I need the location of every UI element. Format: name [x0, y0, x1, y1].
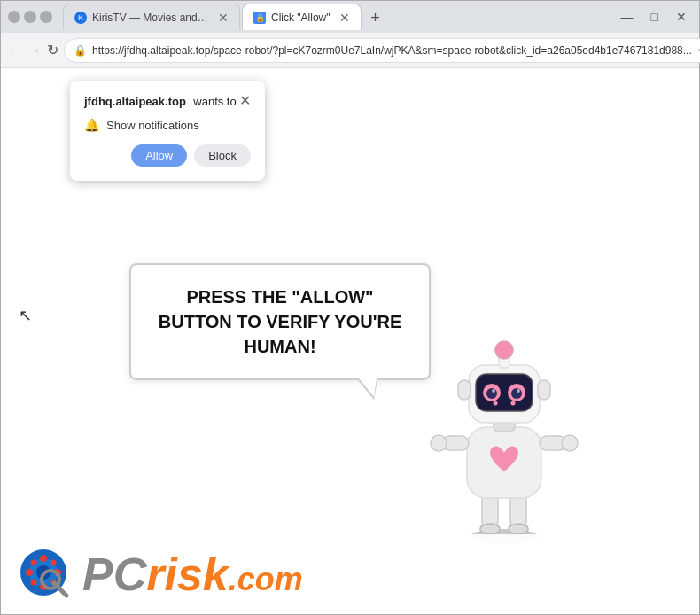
popup-title: jfdhq.altaipeak.top wants to: [84, 93, 237, 109]
svg-rect-24: [538, 380, 550, 400]
bell-icon: 🔔: [84, 118, 99, 132]
toolbar: ← → ↻ 🔒 https://jfdhq.altaipeak.top/spac…: [1, 33, 699, 68]
speech-bubble-container: PRESS THE "ALLOW" BUTTON TO VERIFY YOU'R…: [129, 263, 431, 400]
tab1-title: KirisTV — Movies and Series D...: [92, 12, 209, 24]
svg-point-27: [40, 555, 47, 562]
robot-illustration: [424, 316, 584, 547]
new-tab-button[interactable]: +: [363, 5, 388, 30]
minimize-button[interactable]: [8, 11, 20, 23]
svg-rect-23: [458, 380, 471, 400]
svg-point-16: [511, 388, 522, 399]
popup-close-button[interactable]: ✕: [239, 94, 251, 108]
tab1-favicon: K: [74, 12, 87, 24]
window-minimize-btn[interactable]: —: [616, 8, 639, 26]
window-close-btn[interactable]: ✕: [671, 8, 692, 26]
tabs-container: K KirisTV — Movies and Series D... ✕ 🔒 C…: [63, 4, 612, 30]
page-content: jfdhq.altaipeak.top wants to ✕ 🔔 Show no…: [1, 68, 699, 614]
forward-icon: →: [27, 43, 42, 58]
window-maximize-btn[interactable]: □: [646, 8, 664, 26]
pcrisk-pc: PC: [82, 549, 146, 600]
refresh-button[interactable]: ↻: [47, 38, 58, 63]
svg-point-7: [431, 435, 447, 451]
popup-buttons: Allow Block: [84, 144, 251, 167]
lock-icon: 🔒: [74, 44, 87, 57]
svg-point-29: [26, 569, 33, 576]
speech-bubble-tail: [358, 380, 377, 400]
popup-wants-text: wants to: [193, 95, 236, 108]
window-controls: [8, 11, 52, 23]
pcrisk-brand-text: PCrisk.com: [82, 551, 303, 597]
block-button[interactable]: Block: [194, 144, 251, 167]
speech-bubble-text: PRESS THE "ALLOW" BUTTON TO VERIFY YOU'R…: [159, 287, 401, 356]
pcrisk-logo: [19, 548, 72, 601]
svg-point-18: [517, 389, 520, 393]
allow-button[interactable]: Allow: [131, 144, 187, 167]
pcrisk-com: .com: [229, 561, 303, 597]
svg-point-3: [480, 524, 500, 534]
svg-point-22: [511, 401, 516, 406]
svg-point-31: [31, 560, 37, 566]
svg-point-4: [509, 524, 528, 534]
back-button[interactable]: ←: [8, 38, 22, 63]
popup-header: jfdhq.altaipeak.top wants to ✕: [84, 93, 251, 109]
svg-point-33: [51, 560, 57, 566]
svg-point-34: [31, 580, 37, 586]
address-bar[interactable]: 🔒 https://jfdhq.altaipeak.top/space-robo…: [64, 38, 700, 63]
svg-point-20: [495, 341, 513, 359]
refresh-icon: ↻: [47, 42, 58, 58]
tab-click-allow[interactable]: 🔒 Click "Allow" ✕: [242, 4, 362, 30]
close-button[interactable]: [40, 11, 52, 23]
pcrisk-watermark: PCrisk.com: [1, 534, 699, 614]
svg-point-15: [486, 388, 497, 399]
url-text: https://jfdhq.altaipeak.top/space-robot/…: [92, 44, 692, 57]
tab2-close[interactable]: ✕: [339, 11, 350, 25]
svg-point-9: [562, 435, 578, 451]
window-action-buttons: — □ ✕: [616, 8, 692, 26]
popup-domain: jfdhq.altaipeak.top: [84, 95, 186, 108]
notification-popup: jfdhq.altaipeak.top wants to ✕ 🔔 Show no…: [70, 81, 265, 181]
tab2-favicon: 🔒: [253, 12, 266, 24]
popup-notification-row: 🔔 Show notifications: [84, 118, 251, 132]
svg-point-21: [494, 401, 498, 406]
maximize-button[interactable]: [24, 11, 36, 23]
mouse-cursor: ↖: [19, 306, 32, 325]
pcrisk-risk: risk: [146, 549, 229, 600]
tab2-title: Click "Allow": [271, 12, 331, 24]
svg-point-17: [492, 389, 495, 393]
show-notifications-label: Show notifications: [106, 119, 199, 132]
tab1-close[interactable]: ✕: [218, 11, 229, 25]
title-bar: K KirisTV — Movies and Series D... ✕ 🔒 C…: [1, 1, 699, 33]
forward-button[interactable]: →: [27, 38, 42, 63]
speech-bubble: PRESS THE "ALLOW" BUTTON TO VERIFY YOU'R…: [129, 263, 431, 380]
browser-window: K KirisTV — Movies and Series D... ✕ 🔒 C…: [0, 0, 700, 615]
back-icon: ←: [8, 43, 22, 58]
tab-kiristv[interactable]: K KirisTV — Movies and Series D... ✕: [63, 4, 240, 30]
